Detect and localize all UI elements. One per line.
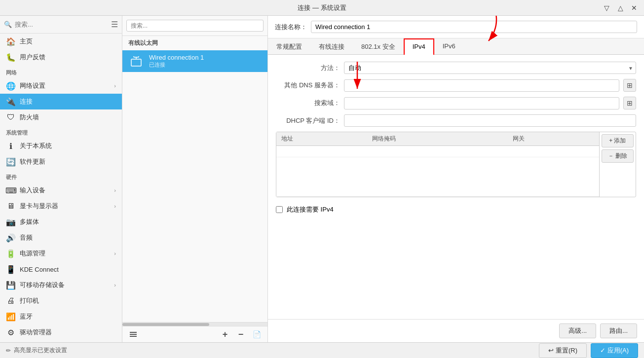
sidebar-item-feedback[interactable]: 🐛 用户反馈 — [0, 49, 122, 65]
printer-icon: 🖨 — [6, 296, 16, 306]
arrow-icon: › — [114, 187, 116, 193]
maximize-button[interactable]: △ — [614, 2, 626, 14]
sidebar-item-kde-connect[interactable]: 📱 KDE Connect — [0, 261, 122, 277]
sidebar-item-bluetooth[interactable]: 📶 蓝牙 — [0, 309, 122, 324]
connection-icon: 🔌 — [6, 97, 16, 107]
method-select[interactable]: 自动 手动 仅链路本地 共享到其他计算机 禁用 — [344, 62, 636, 74]
sidebar-item-connection[interactable]: 🔌 连接 — [0, 94, 122, 109]
bug-icon: 🐛 — [6, 52, 16, 62]
main-container: 🔍 ☰ 🏠 主页 🐛 用户反馈 网络 🌐 网络设置 › 🔌 连接 🛡 防火墙 系… — [0, 16, 644, 342]
arrow-icon: › — [114, 203, 116, 209]
svg-rect-7 — [130, 336, 137, 337]
list-item-wired-connection[interactable]: Wired connection 1 已连接 — [122, 50, 267, 72]
advanced-button[interactable]: 高级... — [559, 323, 596, 338]
svg-rect-6 — [130, 334, 137, 335]
sidebar-item-removable[interactable]: 💾 可移动存储设备 › — [0, 277, 122, 293]
highlight-changes-label: 高亮显示已更改设置 — [14, 346, 67, 355]
close-button[interactable]: ✕ — [628, 2, 640, 14]
sidebar-section-network: 网络 — [0, 65, 122, 78]
connection-name-input[interactable] — [311, 21, 637, 33]
hamburger-icon[interactable]: ☰ — [111, 20, 118, 29]
add-address-button[interactable]: + 添加 — [602, 134, 634, 147]
remove-address-button[interactable]: － 删除 — [602, 149, 634, 163]
tab-ipv6[interactable]: IPv6 — [434, 38, 464, 55]
dns-input[interactable] — [344, 79, 619, 92]
sidebar: 🔍 ☰ 🏠 主页 🐛 用户反馈 网络 🌐 网络设置 › 🔌 连接 🛡 防火墙 系… — [0, 16, 122, 342]
sidebar-item-label: 连接 — [20, 97, 33, 106]
sidebar-item-printer[interactable]: 🖨 打印机 — [0, 293, 122, 309]
content-bottom: 高级... 路由... — [268, 319, 644, 342]
connection-name-row: 连接名称： — [268, 16, 644, 38]
search-domain-input[interactable] — [344, 97, 619, 109]
ipv4-required-checkbox[interactable] — [276, 206, 283, 213]
scrollbar-thumb — [122, 323, 209, 326]
minimize-button[interactable]: ▽ — [601, 2, 612, 14]
tab-security[interactable]: 802.1x 安全 — [353, 38, 404, 55]
method-row: 方法： 自动 手动 仅链路本地 共享到其他计算机 禁用 ▼ — [276, 62, 636, 74]
route-button[interactable]: 路由... — [600, 323, 637, 338]
sidebar-item-label: 关于本系统 — [20, 142, 52, 150]
settings-tool-button[interactable] — [126, 328, 140, 340]
connection-status: 已连接 — [149, 61, 204, 69]
tab-general[interactable]: 常规配置 — [268, 38, 310, 55]
search-icon: 🔍 — [4, 21, 12, 28]
svg-rect-0 — [131, 59, 141, 66]
reset-button[interactable]: ↩ 重置(R) — [539, 343, 587, 358]
titlebar: 连接 — 系统设置 ▽ △ ✕ — [0, 0, 644, 16]
table-actions: + 添加 － 删除 — [599, 132, 636, 197]
content-panel: 连接名称： 常规配置 有线连接 802.1x 安全 IPv4 IPv6 — [268, 16, 644, 342]
sidebar-item-label: 音频 — [20, 233, 33, 242]
arrow-icon: › — [114, 282, 116, 288]
sidebar-item-firewall[interactable]: 🛡 防火墙 — [0, 109, 122, 125]
ipv4-tab-content: 方法： 自动 手动 仅链路本地 共享到其他计算机 禁用 ▼ 其他 DNS 服务器… — [268, 55, 644, 319]
arrow-icon: › — [114, 83, 116, 89]
sidebar-item-media[interactable]: 📷 多媒体 — [0, 214, 122, 230]
dns-add-button[interactable]: ⊞ — [623, 79, 636, 92]
middle-list: Wired connection 1 已连接 — [122, 50, 267, 322]
sidebar-item-audio[interactable]: 🔊 音频 — [0, 230, 122, 246]
sidebar-item-update[interactable]: 🔄 软件更新 — [0, 154, 122, 170]
sidebar-item-home[interactable]: 🏠 主页 — [0, 34, 122, 49]
add-connection-button[interactable]: + — [218, 328, 232, 340]
horizontal-scrollbar[interactable] — [122, 322, 267, 326]
sidebar-item-label: 防火墙 — [20, 113, 39, 122]
connection-name-label: 连接名称： — [275, 23, 307, 32]
keyboard-icon: ⌨ — [6, 185, 16, 195]
power-icon: 🔋 — [6, 249, 16, 258]
dhcp-label: DHCP 客户端 ID： — [276, 116, 340, 125]
driver-icon: ⚙ — [6, 327, 16, 337]
sidebar-item-network-settings[interactable]: 🌐 网络设置 › — [0, 78, 122, 94]
search-domain-add-button[interactable]: ⊞ — [623, 97, 636, 109]
tab-ipv4[interactable]: IPv4 — [404, 38, 434, 55]
sidebar-item-about[interactable]: ℹ 关于本系统 — [0, 138, 122, 154]
ipv4-required-label: 此连接需要 IPv4 — [287, 205, 334, 214]
ipv4-required-row: 此连接需要 IPv4 — [276, 200, 636, 219]
sidebar-item-label: 多媒体 — [20, 217, 39, 226]
removable-icon: 💾 — [6, 280, 16, 290]
sidebar-item-label: 用户反馈 — [20, 53, 45, 62]
sidebar-item-label: 打印机 — [20, 296, 39, 305]
sidebar-item-input[interactable]: ⌨ 输入设备 › — [0, 182, 122, 198]
address-table-wrapper: 地址 网络掩码 网关 — [276, 132, 636, 197]
firewall-icon: 🛡 — [6, 112, 16, 122]
method-select-wrap: 自动 手动 仅链路本地 共享到其他计算机 禁用 ▼ — [344, 62, 636, 74]
display-icon: 🖥 — [6, 201, 16, 211]
sidebar-item-driver[interactable]: ⚙ 驱动管理器 — [0, 324, 122, 340]
sidebar-search-input[interactable] — [15, 21, 108, 28]
arrow-icon: › — [114, 251, 116, 256]
apply-button[interactable]: ✓ 应用(A) — [591, 343, 638, 358]
middle-search-input[interactable] — [126, 20, 264, 32]
wired-connection-icon — [128, 53, 144, 69]
update-icon: 🔄 — [6, 157, 16, 167]
tabs-row: 常规配置 有线连接 802.1x 安全 IPv4 IPv6 — [268, 38, 644, 55]
tab-wired[interactable]: 有线连接 — [310, 38, 353, 55]
middle-section-title: 有线以太网 — [122, 36, 267, 50]
search-domain-label: 搜索域： — [276, 99, 340, 107]
sidebar-item-display[interactable]: 🖥 显卡与显示器 › — [0, 198, 122, 214]
remove-connection-button[interactable]: − — [234, 328, 248, 340]
dhcp-row: DHCP 客户端 ID： — [276, 114, 636, 127]
sidebar-item-power[interactable]: 🔋 电源管理 › — [0, 246, 122, 261]
dhcp-input[interactable] — [344, 114, 636, 127]
export-connection-button[interactable]: 📄 — [250, 328, 264, 340]
audio-icon: 🔊 — [6, 233, 16, 243]
